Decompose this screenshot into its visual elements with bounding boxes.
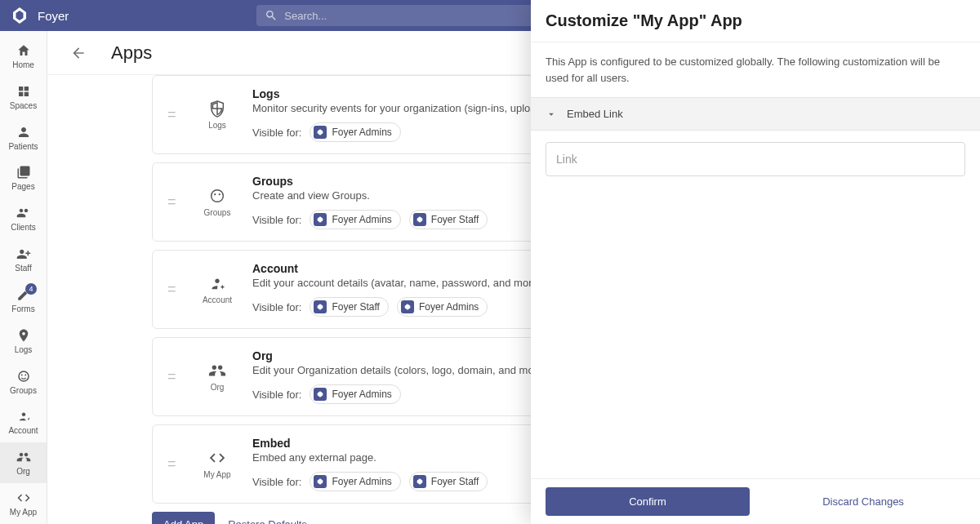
svg-point-0 xyxy=(19,371,29,381)
svg-point-3 xyxy=(212,190,224,202)
sidebar-item-staff[interactable]: Staff xyxy=(0,239,47,280)
chevron-down-icon xyxy=(546,109,557,120)
chip-logo-icon xyxy=(314,388,327,401)
sidebar-item-label: Staff xyxy=(15,264,31,273)
sidebar-item-label: Spaces xyxy=(10,101,37,110)
chip-logo-icon xyxy=(401,300,414,313)
role-chip[interactable]: Foyer Admins xyxy=(397,297,488,317)
drag-handle-icon[interactable]: = xyxy=(167,281,182,298)
back-button[interactable] xyxy=(70,45,87,61)
pages-icon xyxy=(16,165,31,180)
accordion-toggle[interactable]: Embed Link xyxy=(531,97,980,131)
chip-label: Foyer Admins xyxy=(332,476,391,487)
drag-handle-icon[interactable]: = xyxy=(167,106,182,123)
account-gear-icon xyxy=(208,274,226,292)
svg-point-1 xyxy=(20,374,22,375)
brand[interactable]: Foyer xyxy=(10,6,69,25)
visible-for-label: Visible for: xyxy=(252,301,301,313)
role-chip[interactable]: Foyer Admins xyxy=(310,384,400,404)
home-icon xyxy=(16,43,31,58)
page-title: Apps xyxy=(111,42,152,64)
chip-logo-icon xyxy=(413,213,426,226)
chip-label: Foyer Admins xyxy=(332,389,391,400)
role-chip[interactable]: Foyer Admins xyxy=(310,472,400,491)
chip-logo-icon xyxy=(314,126,327,139)
chip-logo-icon xyxy=(314,213,327,226)
embed-link-section: Embed Link xyxy=(531,97,980,188)
discard-button[interactable]: Discard Changes xyxy=(761,487,965,516)
brand-name: Foyer xyxy=(38,9,69,23)
sidebar-item-forms[interactable]: 4 Forms xyxy=(0,280,47,321)
card-icon-label: Groups xyxy=(204,208,231,217)
logo-icon xyxy=(10,6,29,25)
visible-for-label: Visible for: xyxy=(252,476,301,488)
role-chip[interactable]: Foyer Staff xyxy=(310,297,388,317)
search-icon xyxy=(265,9,278,22)
sidebar-item-org[interactable]: Org xyxy=(0,442,47,483)
chip-label: Foyer Admins xyxy=(332,127,391,138)
chip-label: Foyer Staff xyxy=(332,301,379,313)
link-field[interactable] xyxy=(546,142,965,176)
sidebar-item-clients[interactable]: Clients xyxy=(0,198,47,239)
patients-icon xyxy=(16,125,31,140)
panel-help-text: This App is configured to be customized … xyxy=(531,42,980,97)
svg-point-5 xyxy=(219,193,220,195)
chip-logo-icon xyxy=(413,475,426,488)
search[interactable]: Search... xyxy=(256,5,550,26)
sidebar-item-pages[interactable]: Pages xyxy=(0,158,47,198)
card-icon-label: Org xyxy=(211,383,225,392)
sidebar-item-groups[interactable]: Groups xyxy=(0,362,47,402)
drag-handle-icon[interactable]: = xyxy=(167,193,182,211)
sidebar-item-logs[interactable]: Logs xyxy=(0,321,47,362)
role-chip[interactable]: Foyer Admins xyxy=(310,210,400,229)
svg-point-4 xyxy=(214,193,216,195)
role-chip[interactable]: Foyer Staff xyxy=(409,210,488,229)
logs-icon xyxy=(16,328,31,343)
chip-logo-icon xyxy=(314,475,327,488)
link-input[interactable] xyxy=(556,153,955,166)
visible-for-label: Visible for: xyxy=(252,389,301,401)
drag-handle-icon[interactable]: = xyxy=(167,368,182,385)
add-app-button[interactable]: Add App xyxy=(152,512,215,524)
spaces-icon xyxy=(16,84,31,99)
chip-logo-icon xyxy=(314,300,327,313)
org-icon xyxy=(16,450,31,464)
sidebar-item-label: Patients xyxy=(8,142,38,151)
code-icon xyxy=(208,449,226,467)
panel-title: Customize "My App" App xyxy=(546,11,965,30)
visible-for-label: Visible for: xyxy=(252,214,301,226)
card-icon-label: Logs xyxy=(208,121,226,130)
sidebar-item-spaces[interactable]: Spaces xyxy=(0,77,47,118)
role-chip[interactable]: Foyer Staff xyxy=(409,472,488,491)
chip-label: Foyer Staff xyxy=(431,214,479,225)
sidebar: Home Spaces Patients Pages Clients Staff xyxy=(0,31,47,524)
sidebar-item-label: Org xyxy=(16,467,30,476)
sidebar-item-label: Clients xyxy=(11,223,36,232)
sidebar-item-home[interactable]: Home xyxy=(0,36,47,77)
people-icon xyxy=(208,362,226,380)
sidebar-item-label: Groups xyxy=(10,386,37,395)
chip-label: Foyer Admins xyxy=(332,214,391,225)
restore-defaults-button[interactable]: Restore Defaults xyxy=(228,518,307,524)
chip-label: Foyer Staff xyxy=(431,476,479,487)
sidebar-item-label: Logs xyxy=(15,345,33,354)
face-icon xyxy=(208,187,226,205)
code-icon xyxy=(16,491,31,505)
clients-icon xyxy=(16,206,31,220)
section-label: Embed Link xyxy=(567,108,623,120)
staff-icon xyxy=(16,246,31,261)
chip-label: Foyer Admins xyxy=(419,301,479,313)
arrow-left-icon xyxy=(70,45,87,61)
shield-icon xyxy=(208,100,226,118)
role-chip[interactable]: Foyer Admins xyxy=(310,122,400,142)
drag-handle-icon[interactable]: = xyxy=(167,455,182,473)
confirm-button[interactable]: Confirm xyxy=(546,487,750,516)
forms-badge: 4 xyxy=(25,283,37,295)
sidebar-item-myapp[interactable]: My App xyxy=(0,483,47,524)
sidebar-item-label: Account xyxy=(8,426,38,435)
search-placeholder: Search... xyxy=(284,10,327,22)
sidebar-item-label: Pages xyxy=(11,182,34,191)
sidebar-item-patients[interactable]: Patients xyxy=(0,118,47,158)
sidebar-item-label: Forms xyxy=(11,304,34,313)
sidebar-item-account[interactable]: Account xyxy=(0,402,47,442)
